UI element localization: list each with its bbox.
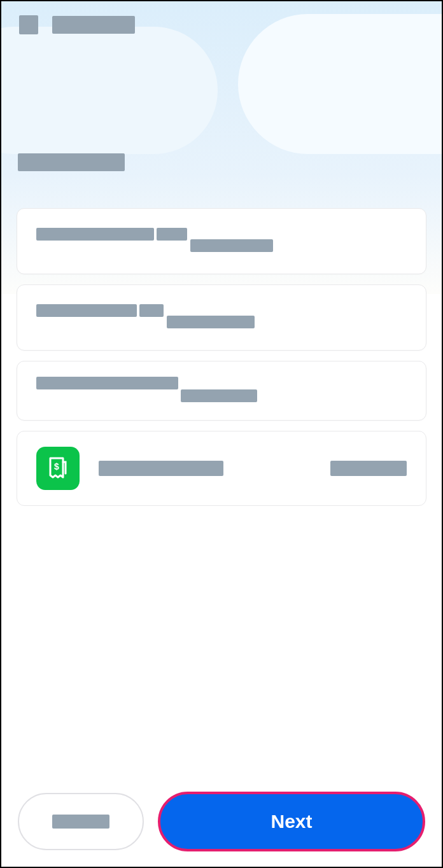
header-icon[interactable] bbox=[19, 15, 38, 34]
card-line bbox=[36, 228, 154, 241]
section-title bbox=[18, 153, 125, 171]
card-line bbox=[181, 389, 257, 402]
card-line bbox=[139, 304, 164, 317]
card-line bbox=[36, 377, 178, 389]
svg-text:$: $ bbox=[54, 461, 59, 472]
summary-card[interactable] bbox=[17, 284, 426, 351]
summary-card[interactable] bbox=[17, 208, 426, 274]
footer-actions: Next bbox=[1, 779, 442, 867]
next-button[interactable]: Next bbox=[158, 792, 425, 851]
payment-label bbox=[99, 461, 223, 476]
card-list: $ bbox=[1, 174, 442, 506]
app-header bbox=[1, 1, 442, 48]
payment-value bbox=[330, 461, 407, 476]
card-line bbox=[190, 239, 273, 252]
back-button-label bbox=[52, 815, 109, 829]
card-line bbox=[157, 228, 187, 241]
back-button[interactable] bbox=[18, 793, 144, 850]
card-line bbox=[167, 316, 255, 328]
next-button-label: Next bbox=[271, 811, 312, 832]
header-title bbox=[52, 16, 135, 34]
summary-card[interactable] bbox=[17, 361, 426, 421]
payment-method-card[interactable]: $ bbox=[17, 431, 426, 506]
card-line bbox=[36, 304, 137, 317]
receipt-dollar-icon: $ bbox=[36, 447, 80, 490]
